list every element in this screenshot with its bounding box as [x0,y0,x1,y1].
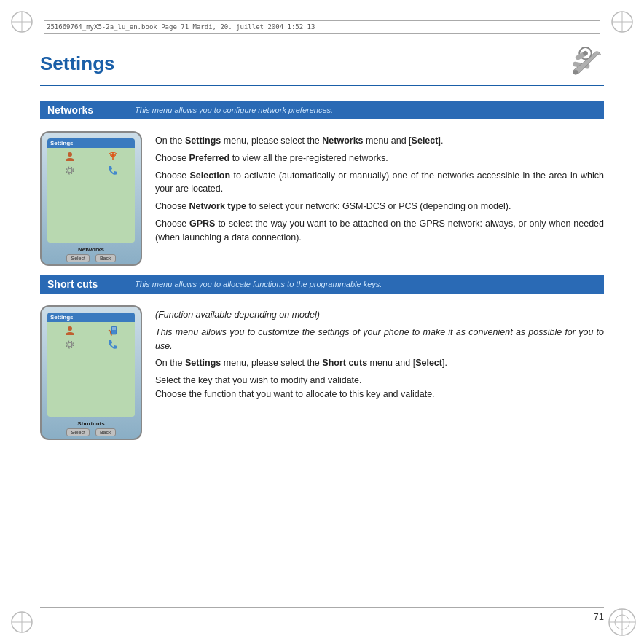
svg-point-23 [68,326,72,331]
shortcuts-screen-body [47,322,135,417]
networks-para-5: Choose GPRS to select the way you want t… [155,217,604,245]
shortcuts-screen-header: Settings [47,313,135,322]
networks-text: On the Settings menu, please select the … [155,131,604,266]
shortcuts-phone-screen: Settings [47,313,135,417]
networks-label: Networks [47,104,127,116]
header-text: 251669764_myX5-2a_lu_en.book Page 71 Mar… [47,23,315,31]
shortcuts-back-btn: Back [95,428,116,436]
shortcuts-label: Short cuts [47,278,127,290]
shortcuts-desc: This menu allows you to allocate functio… [135,280,382,288]
networks-phone-buttons: Select Back [66,254,115,262]
phone-icon-profile [49,151,90,163]
shortcuts-phone-labels: Shortcuts Select Back [42,418,141,439]
networks-para-4: Choose Network type to select your netwo… [155,200,604,213]
header-bar: 251669764_myX5-2a_lu_en.book Page 71 Mar… [44,20,600,34]
svg-point-27 [68,342,72,347]
networks-desc: This menu allows you to configure networ… [135,106,333,114]
networks-screen-body [47,148,135,243]
networks-section: Networks This menu allows you to configu… [40,101,604,275]
main-content: Settings Networks This menu allows you t… [40,47,604,604]
networks-back-btn: Back [95,254,116,262]
shortcuts-section-header: Short cuts This menu allows you to alloc… [40,275,604,294]
shortcut-phone-icon-3 [49,339,90,351]
shortcut-phone-icon-4 [92,339,133,351]
corner-mark-tr [608,7,637,36]
shortcuts-text: (Function available depending on model) … [155,305,604,440]
bottom-bar: 71 [40,607,604,622]
shortcuts-para-1: (Function available depending on model) [155,308,604,322]
page-number: 71 [594,611,604,622]
shortcuts-para-4: Select the key that you wish to modify a… [155,374,604,401]
networks-select-btn: Select [66,254,89,262]
corner-mark-bl [7,608,36,637]
shortcuts-para-2: This menu allows you to customize the se… [155,326,604,353]
networks-para-1: On the Settings menu, please select the … [155,134,604,148]
wrench-icon [568,47,604,80]
shortcuts-para-3: On the Settings menu, please select the … [155,356,604,370]
networks-section-header: Networks This menu allows you to configu… [40,101,604,119]
shortcuts-select-btn: Select [66,428,89,436]
networks-phone-screen: Settings [47,138,135,243]
networks-content: Settings [40,125,604,275]
phone-icon-settings [49,165,90,177]
corner-mark-br [608,608,637,637]
networks-phone-labels: Networks Select Back [42,244,141,264]
networks-screen-header: Settings [47,138,135,148]
svg-rect-24 [111,326,117,334]
svg-point-18 [68,152,72,157]
phone-icon-phone [92,165,133,177]
svg-point-17 [573,70,578,75]
shortcuts-phone-label: Shortcuts [77,420,104,427]
networks-para-3: Choose Selection to activate (automatica… [155,169,604,197]
shortcuts-section: Short cuts This menu allows you to alloc… [40,275,604,449]
page-title: Settings [40,47,604,86]
shortcut-phone-icon-1 [49,325,90,337]
shortcut-phone-icon-2 [92,325,133,337]
shortcuts-phone-buttons: Select Back [66,428,115,436]
corner-mark-tl [7,7,36,36]
shortcuts-phone-mock: Settings [40,305,142,440]
networks-para-2: Choose Preferred to view all the pre-reg… [155,152,604,165]
svg-point-21 [68,168,72,173]
phone-icon-network [92,151,133,163]
shortcuts-content: Settings [40,299,604,449]
networks-phone-mock: Settings [40,131,142,266]
networks-phone-label: Networks [78,246,104,253]
